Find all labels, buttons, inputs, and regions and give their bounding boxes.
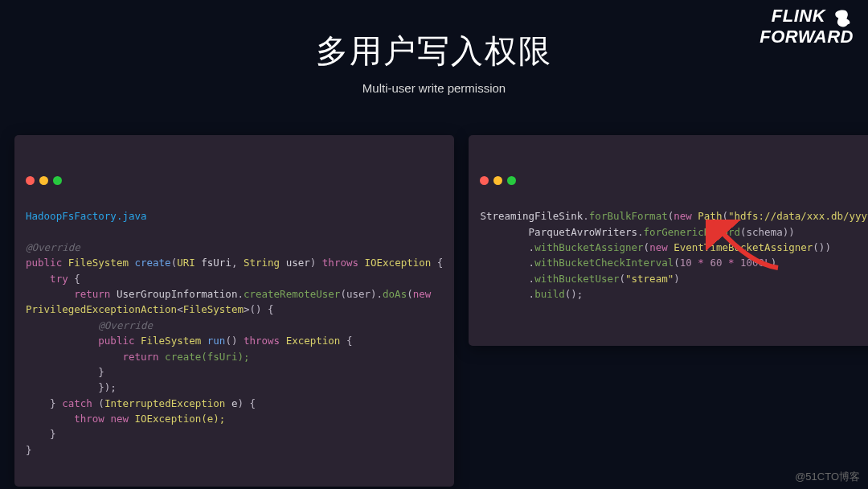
flink-forward-logo: FLINK FORWARD	[760, 8, 854, 46]
slide-title-block: 多用户写入权限 Multi-user write permission	[0, 0, 868, 95]
window-controls	[26, 176, 443, 185]
slide-subtitle: Multi-user write permission	[0, 81, 868, 95]
highlighted-stream-arg: "stream"	[625, 273, 674, 285]
maximize-icon	[507, 176, 516, 185]
code-window-left: HadoopFsFactory.java @Override public Fi…	[14, 135, 454, 487]
minimize-icon	[493, 176, 502, 185]
watermark: @51CTO博客	[795, 470, 860, 484]
minimize-icon	[39, 176, 48, 185]
logo-line1: FLINK	[772, 6, 825, 26]
close-icon	[480, 176, 489, 185]
annotation: @Override	[26, 241, 80, 253]
window-controls	[480, 176, 868, 185]
code-window-right: StreamingFileSink.forBulkFormat(new Path…	[469, 135, 868, 346]
logo-line2: FORWARD	[760, 27, 854, 47]
close-icon	[26, 176, 35, 185]
maximize-icon	[53, 176, 62, 185]
filename: HadoopFsFactory.java	[26, 210, 147, 222]
slide-title: 多用户写入权限	[0, 29, 868, 73]
